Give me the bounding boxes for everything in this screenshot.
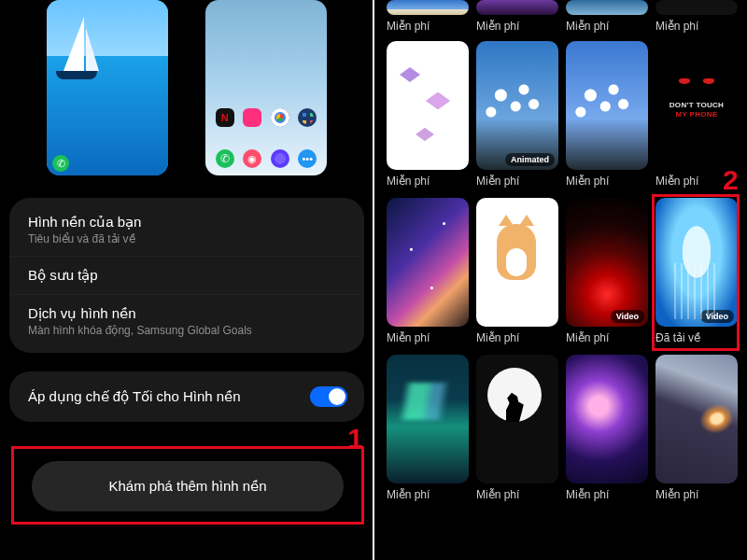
row-title: Dịch vụ hình nền	[28, 305, 345, 322]
browser-icon	[271, 149, 289, 168]
wallpaper-settings-screen: ✆ N ✆ ◉ ••• Hình nền của bạn	[0, 0, 374, 560]
wallpaper-thumb[interactable]	[655, 0, 738, 15]
preview-row: ✆ N ✆ ◉ •••	[0, 0, 374, 182]
row-title: Áp dụng chế độ Tối cho Hình nền	[28, 388, 241, 405]
messages-icon: •••	[298, 149, 317, 168]
thumb-caption: Miễn phí	[476, 175, 558, 188]
wallpaper-thumb[interactable]	[655, 355, 738, 483]
button-label: Khám phá thêm hình nền	[108, 478, 266, 495]
your-wallpapers-row[interactable]: Hình nền của bạn Tiêu biểu và đã tải về	[9, 203, 364, 256]
phone-icon: ✆	[52, 155, 69, 172]
thumb-caption: Miễn phí	[566, 20, 648, 33]
wallpaper-sources-card: Hình nền của bạn Tiêu biểu và đã tải về …	[9, 198, 364, 353]
wallpaper-thumb[interactable]: DON'T TOUCHMY PHONE	[655, 41, 738, 170]
wallpaper-thumb[interactable]	[566, 355, 648, 483]
collection-row[interactable]: Bộ sưu tập	[9, 256, 364, 294]
wallpaper-thumb[interactable]	[476, 0, 558, 15]
app-icon	[243, 108, 261, 127]
thumb-caption: Miễn phí	[387, 488, 469, 501]
step-2-callout	[652, 194, 740, 351]
panel-divider	[373, 0, 374, 560]
step-number: 1	[347, 423, 363, 455]
row-subtitle: Màn hình khóa động, Samsung Global Goals	[28, 324, 345, 337]
thumb-caption: Miễn phí	[655, 488, 738, 501]
wallpaper-thumb[interactable]	[476, 355, 558, 483]
thumb-caption: Miễn phí	[476, 331, 558, 344]
wallpaper-thumb[interactable]	[387, 41, 469, 170]
thumb-caption: Miễn phí	[476, 20, 558, 33]
explore-more-button[interactable]: Khám phá thêm hình nền	[32, 461, 344, 511]
wallpaper-thumb[interactable]: Animated	[476, 41, 558, 170]
wallpaper-thumb[interactable]	[387, 355, 469, 483]
folder-icon	[298, 108, 317, 127]
wallpaper-thumb[interactable]	[387, 198, 469, 327]
dark-mode-wallpaper-row[interactable]: Áp dụng chế độ Tối cho Hình nền	[9, 371, 364, 422]
wallpaper-gallery-screen: Miễn phí Miễn phí Miễn phí Miễn phí Miễn…	[374, 0, 747, 560]
thumb-caption: Miễn phí	[476, 488, 558, 501]
thumb-caption: Miễn phí	[566, 331, 648, 344]
wallpaper-thumb[interactable]	[566, 0, 648, 15]
lockscreen-preview[interactable]: ✆	[47, 0, 168, 175]
wallpaper-thumb[interactable]: Video	[566, 198, 648, 327]
video-badge: Video	[611, 310, 644, 323]
thumb-caption: Miễn phí	[387, 175, 469, 188]
step-number: 2	[723, 164, 739, 196]
thumb-caption: Miễn phí	[566, 175, 648, 188]
thumb-caption: Miễn phí	[387, 20, 469, 33]
row-title: Bộ sưu tập	[28, 267, 345, 284]
row-title: Hình nền của bạn	[28, 214, 345, 231]
wallpaper-thumb[interactable]	[566, 41, 648, 170]
thumb-caption: Miễn phí	[387, 331, 469, 344]
phone-app-icon: ✆	[216, 149, 234, 168]
chrome-icon	[271, 108, 289, 127]
wallpaper-thumb[interactable]	[387, 0, 469, 15]
wallpaper-services-row[interactable]: Dịch vụ hình nền Màn hình khóa động, Sam…	[9, 294, 364, 347]
homescreen-preview[interactable]: N ✆ ◉ •••	[205, 0, 327, 175]
animated-badge: Animated	[505, 153, 555, 166]
camera-icon: ◉	[243, 149, 261, 168]
wallpaper-thumb[interactable]	[476, 198, 558, 327]
thumb-caption: Miễn phí	[566, 488, 648, 501]
row-subtitle: Tiêu biểu và đã tải về	[28, 232, 345, 245]
thumb-caption: Miễn phí	[655, 20, 738, 33]
netflix-icon: N	[216, 108, 234, 127]
dark-mode-toggle[interactable]	[310, 386, 347, 407]
